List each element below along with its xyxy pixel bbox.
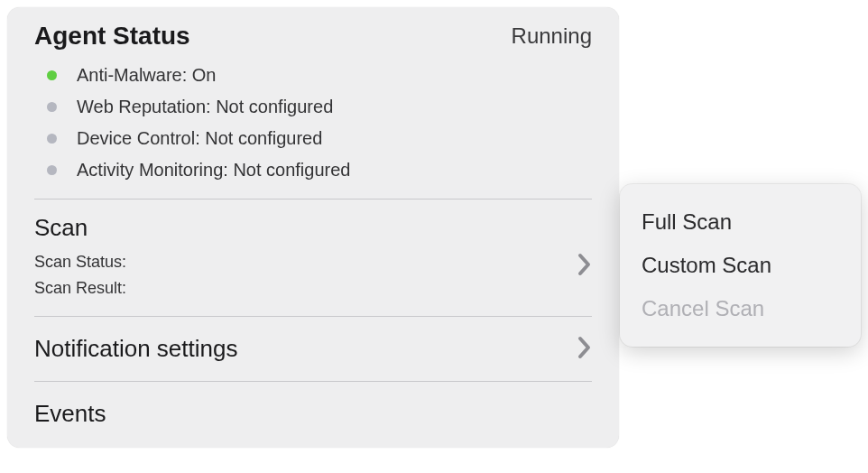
menu-item-cancel-scan: Cancel Scan	[642, 287, 839, 330]
menu-item-full-scan[interactable]: Full Scan	[642, 200, 839, 244]
chevron-right-icon	[577, 336, 592, 363]
events-row[interactable]: Events	[7, 382, 619, 431]
scan-context-menu: Full Scan Custom Scan Cancel Scan	[620, 184, 861, 347]
notification-settings-row[interactable]: Notification settings	[7, 317, 619, 381]
status-label: Device Control: Not configured	[77, 128, 322, 149]
status-dot-icon	[47, 70, 57, 80]
scan-result-label: Scan Result:	[34, 275, 592, 301]
status-label: Anti-Malware: On	[77, 65, 217, 86]
events-title: Events	[34, 400, 592, 428]
scan-title: Scan	[34, 214, 88, 242]
status-item-device-control: Device Control: Not configured	[34, 123, 592, 154]
status-item-activity-monitoring: Activity Monitoring: Not configured	[34, 154, 592, 186]
scan-status-label: Scan Status:	[34, 249, 592, 275]
chevron-right-icon	[577, 253, 592, 280]
header-row: Agent Status Running	[7, 22, 619, 60]
status-item-anti-malware: Anti-Malware: On	[34, 60, 592, 91]
status-dot-icon	[47, 134, 57, 144]
agent-running-status: Running	[512, 23, 592, 49]
scan-section[interactable]: Scan Scan Status: Scan Result:	[7, 199, 619, 316]
agent-status-panel: Agent Status Running Anti-Malware: On We…	[7, 7, 619, 448]
status-label: Activity Monitoring: Not configured	[77, 160, 350, 181]
scan-details: Scan Status: Scan Result:	[7, 249, 619, 316]
status-dot-icon	[47, 165, 57, 175]
menu-item-custom-scan[interactable]: Custom Scan	[642, 244, 839, 287]
status-label: Web Reputation: Not configured	[77, 97, 333, 117]
panel-title: Agent Status	[34, 22, 190, 51]
status-item-web-reputation: Web Reputation: Not configured	[34, 91, 592, 123]
status-dot-icon	[47, 102, 57, 112]
status-list: Anti-Malware: On Web Reputation: Not con…	[7, 60, 619, 199]
notification-title: Notification settings	[34, 335, 237, 363]
